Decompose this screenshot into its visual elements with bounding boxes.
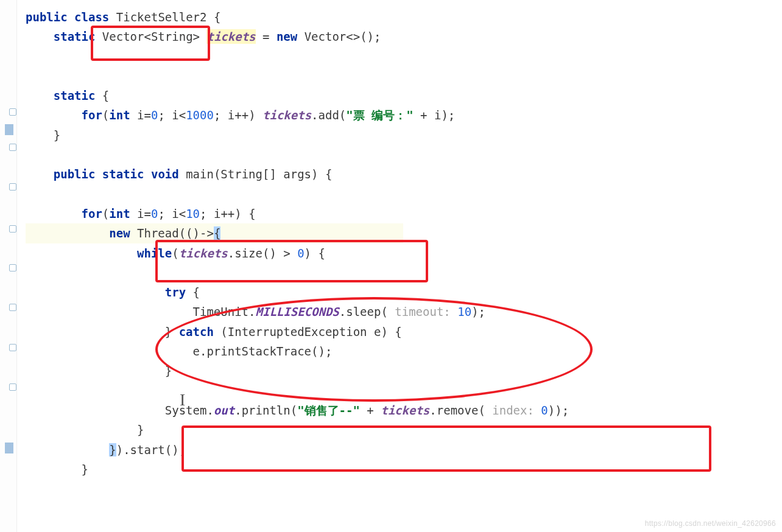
text: i= [130, 207, 151, 220]
fold-icon[interactable] [9, 144, 16, 151]
text: ; i< [158, 108, 186, 122]
class-name: TicketSeller2 [116, 10, 207, 24]
text: Vector<>(); [297, 30, 381, 43]
text: ; i++) [214, 108, 262, 122]
text: .println( [234, 404, 297, 417]
brace: { [186, 285, 200, 299]
number: 10 [186, 207, 200, 220]
keyword: static [54, 30, 96, 43]
number: 0 [151, 207, 158, 220]
annotation-ellipse-trycatch [155, 297, 593, 402]
number: 1000 [186, 108, 214, 122]
keyword: try [165, 285, 186, 299]
keyword: static [102, 167, 144, 181]
field-tickets: tickets [262, 108, 311, 122]
number: 0 [541, 404, 548, 417]
fold-icon[interactable] [9, 264, 16, 271]
keyword: for [82, 207, 102, 220]
keyword: static [54, 89, 96, 102]
keyword: int [109, 207, 130, 220]
text: ; i++) { [200, 207, 256, 220]
keyword: for [82, 108, 102, 122]
method-sig: main(String[] args) { [179, 167, 333, 181]
fold-icon[interactable] [9, 225, 16, 233]
text: .add( [311, 108, 346, 122]
brace: { [214, 10, 220, 24]
gutter-mark [5, 124, 13, 135]
keyword: class [74, 10, 109, 24]
text: = [256, 30, 277, 43]
fold-icon[interactable] [9, 344, 16, 351]
keyword: new [109, 226, 130, 240]
string: "销售了--" [297, 404, 360, 417]
fold-icon[interactable] [9, 108, 16, 116]
brace: { [95, 89, 109, 102]
keyword: int [109, 108, 130, 122]
brace: } [137, 423, 144, 436]
fold-icon[interactable] [9, 304, 16, 311]
field-tickets: tickets [206, 29, 255, 44]
text: )); [548, 404, 569, 417]
keyword: void [151, 167, 179, 181]
brace-selected: { [214, 226, 220, 240]
text: ).start(); [116, 443, 186, 457]
field-tickets: tickets [381, 404, 429, 417]
paren: ( [102, 207, 109, 220]
fold-icon[interactable] [9, 383, 16, 391]
text: .remove( [429, 404, 485, 417]
annotation-box-println [181, 425, 711, 472]
text: i= [130, 108, 151, 122]
text: + [360, 404, 381, 417]
field-out: out [214, 404, 234, 417]
paren: ( [102, 108, 109, 122]
annotation-box-vector [91, 26, 210, 61]
annotation-box-while [155, 240, 428, 282]
text: Thread(()-> [130, 226, 214, 240]
string: "票 编号：" [346, 108, 413, 122]
text: ; i< [158, 207, 186, 220]
text-caret-icon: I [180, 385, 185, 415]
watermark: https://blog.csdn.net/weixin_42620966 [645, 517, 776, 530]
param-hint: index: [485, 404, 541, 417]
class-ref: System. [165, 404, 214, 417]
brace: } [82, 463, 88, 476]
keyword: public [54, 167, 96, 181]
brace-selected: } [109, 443, 116, 457]
text: + i); [414, 108, 456, 122]
brace: } [54, 128, 60, 142]
keyword: public [26, 10, 68, 24]
editor-gutter [0, 0, 17, 532]
gutter-mark [5, 443, 13, 453]
fold-icon[interactable] [9, 183, 16, 191]
keyword: new [277, 30, 297, 43]
number: 0 [151, 108, 158, 122]
